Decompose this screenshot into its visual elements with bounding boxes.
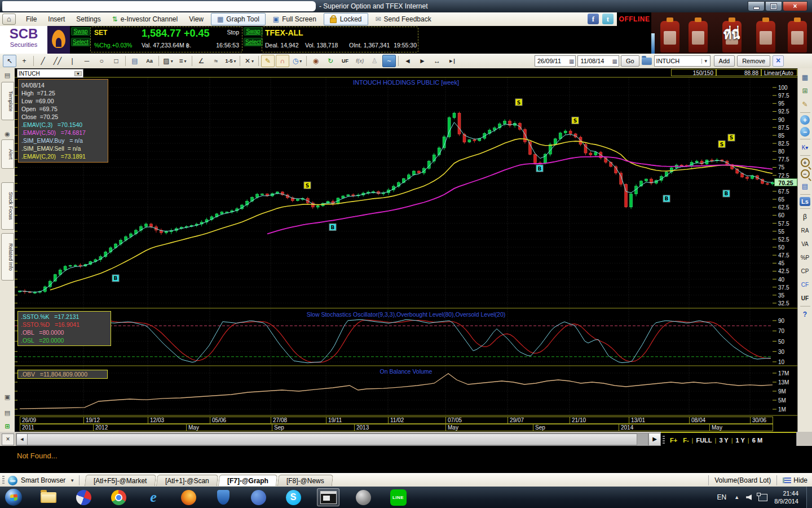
wave-tool[interactable]: ≈: [209, 55, 223, 67]
range-button-6m[interactable]: 6 M: [752, 437, 762, 444]
uf-tool[interactable]: UF: [338, 55, 352, 67]
media-app-icon[interactable]: [72, 488, 95, 506]
range-button-f[interactable]: F-: [683, 437, 689, 444]
date-from-input[interactable]: [536, 57, 568, 65]
remove-indicator-icon[interactable]: −: [800, 127, 810, 137]
zoom-out-icon[interactable]: −: [801, 169, 810, 178]
rectangle-tool[interactable]: □: [109, 55, 123, 67]
add-indicator-icon[interactable]: +: [800, 115, 810, 125]
set-swap-link[interactable]: Swap: [71, 27, 90, 36]
menu-item-locked[interactable]: Locked: [324, 13, 368, 25]
chevron-down-icon[interactable]: ▼: [70, 478, 74, 483]
parallel-lines-tool[interactable]: ╱╱: [51, 55, 64, 67]
smart-browser-label[interactable]: Smart Browser: [21, 476, 65, 484]
time-mode-tool[interactable]: ◷▾: [290, 55, 304, 67]
chart-symbol-select[interactable]: INTUCH ▼: [17, 69, 83, 78]
nav-back-tool[interactable]: ◄: [401, 55, 414, 67]
palette-tool[interactable]: ◉: [309, 55, 323, 67]
facebook-icon[interactable]: f: [588, 14, 599, 24]
restore-button[interactable]: [765, 1, 782, 11]
chart-scrollbar[interactable]: ◄: [16, 433, 648, 446]
pencil-tool[interactable]: ✎: [261, 55, 275, 67]
menu-item-insert[interactable]: Insert: [42, 14, 70, 25]
tfex-swap-link[interactable]: Swap: [244, 27, 263, 36]
firefox-icon[interactable]: [177, 488, 200, 506]
percent-p-button[interactable]: %P: [800, 252, 811, 263]
candle-style-icon[interactable]: K▾: [800, 142, 811, 153]
tray-expand-icon[interactable]: ▲: [734, 494, 739, 500]
minimize-button[interactable]: [748, 1, 765, 11]
minichart-tool[interactable]: ~: [382, 55, 396, 67]
network-icon[interactable]: [758, 494, 767, 501]
scroll-left-button[interactable]: ◄: [16, 433, 28, 445]
date-to-input[interactable]: [579, 57, 611, 65]
media-player-icon[interactable]: [247, 488, 270, 506]
ad-banner[interactable]: ที่นี่: [651, 12, 812, 54]
tab--f7-graph[interactable]: [F7]-@Graph: [218, 475, 277, 486]
callout-tool[interactable]: ▤: [128, 55, 142, 67]
sidebar-tab-related-info[interactable]: Related Info: [1, 233, 14, 281]
hide-button[interactable]: Hide: [793, 476, 807, 484]
scrollbar-thumb[interactable]: [27, 433, 637, 445]
sidebar-tab-template[interactable]: Template: [1, 82, 14, 120]
close-chart-icon[interactable]: ×: [2, 433, 14, 445]
sidebar-tab-stock-focus[interactable]: Stock Focus: [1, 182, 14, 230]
range-button-f[interactable]: F+: [670, 437, 677, 444]
ls-button[interactable]: Ls: [800, 197, 810, 206]
tab--atl-f5-market[interactable]: [Atl+F5]-@Market: [85, 475, 156, 486]
print-icon[interactable]: ▤: [3, 408, 12, 417]
pointer-tool[interactable]: ↖: [3, 55, 16, 67]
fx-tool[interactable]: f(x): [353, 55, 367, 67]
symbol-combo[interactable]: INTUCH ▼: [654, 55, 710, 67]
chevron-down-icon[interactable]: ▾: [234, 59, 236, 64]
nav-forward-tool[interactable]: ►: [416, 55, 429, 67]
ie-icon[interactable]: e: [142, 488, 165, 506]
layout-icon[interactable]: ▤: [800, 181, 811, 192]
beta-button[interactable]: β: [800, 211, 811, 222]
calendar-icon[interactable]: ▦: [569, 58, 574, 64]
smart-browser-icon[interactable]: [8, 476, 17, 485]
elliott-wave-tool[interactable]: 1-5▾: [224, 55, 237, 67]
help-button[interactable]: ?: [800, 309, 811, 320]
refresh-tool[interactable]: ↻: [324, 55, 337, 67]
volume-board-lot-label[interactable]: Volume(Board Lot): [714, 476, 771, 484]
ellipse-tool[interactable]: ○: [95, 55, 108, 67]
menu-item-send-feedback[interactable]: ✉Send Feedback: [370, 14, 437, 25]
folder-icon[interactable]: [642, 58, 652, 65]
template-page-icon[interactable]: ▤: [3, 71, 12, 80]
nav-span-tool[interactable]: ↔: [430, 55, 444, 67]
explorer-icon[interactable]: [37, 488, 60, 506]
range-button-1y[interactable]: 1 Y: [736, 437, 745, 444]
start-button[interactable]: [2, 488, 25, 506]
close-panel-icon[interactable]: ×: [773, 55, 784, 67]
line-icon[interactable]: LINE: [387, 488, 409, 506]
remove-button[interactable]: Remove: [737, 55, 770, 67]
menu-item-file[interactable]: File: [20, 14, 42, 25]
chevron-down-icon[interactable]: ▼: [74, 71, 82, 76]
home-icon[interactable]: ⌂: [2, 14, 16, 25]
menu-item-view[interactable]: View: [183, 14, 209, 25]
range-button-3y[interactable]: 3 Y: [719, 437, 728, 444]
va-button[interactable]: VA: [800, 238, 811, 249]
close-button[interactable]: ×: [783, 1, 807, 11]
menu-item-full-screen[interactable]: ▣Full Screen: [267, 14, 322, 25]
alert-bell-icon[interactable]: ◉: [3, 129, 12, 138]
nav-end-tool[interactable]: ►|: [445, 55, 458, 67]
text-tool[interactable]: Aa: [143, 55, 156, 67]
alerts-tool[interactable]: ♙: [368, 55, 381, 67]
horizontal-line-tool[interactable]: ─: [80, 55, 94, 67]
date-from-field[interactable]: ▦: [535, 55, 576, 67]
add-panel-icon[interactable]: ⊞: [3, 422, 12, 431]
note-icon[interactable]: ✎: [800, 99, 811, 110]
chevron-down-icon[interactable]: ▾: [299, 59, 302, 64]
cp-button[interactable]: CP: [800, 265, 811, 277]
vertical-line-tool[interactable]: |: [65, 55, 79, 67]
gimp-icon[interactable]: [352, 488, 374, 506]
sidebar-tab-alert[interactable]: Alert: [1, 139, 14, 169]
calendar-icon[interactable]: ▦: [612, 58, 617, 64]
set-select-link[interactable]: Select: [71, 38, 90, 46]
language-indicator[interactable]: EN: [717, 493, 727, 501]
chrome-icon[interactable]: [107, 488, 130, 506]
gann-fan-tool[interactable]: ∠: [195, 55, 208, 67]
trendline-tool[interactable]: ╱: [36, 55, 50, 67]
